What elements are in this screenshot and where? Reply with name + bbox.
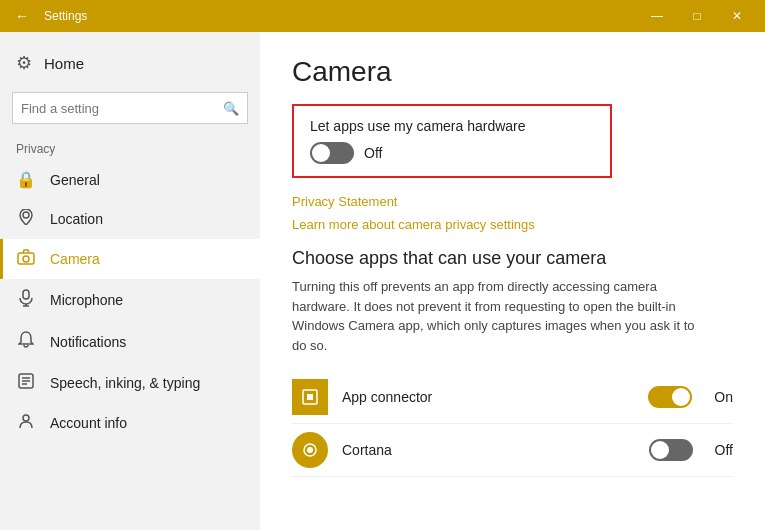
camera-toggle-label: Let apps use my camera hardware xyxy=(310,118,594,134)
sidebar-item-location[interactable]: Location xyxy=(0,199,260,239)
sidebar-item-general[interactable]: 🔒 General xyxy=(0,160,260,199)
app-item-cortana: Cortana Off xyxy=(292,424,733,477)
speech-icon xyxy=(16,373,36,393)
sidebar-item-notifications[interactable]: Notifications xyxy=(0,321,260,363)
title-bar: ← Settings — □ ✕ xyxy=(0,0,765,32)
window-controls: — □ ✕ xyxy=(637,0,757,32)
search-box[interactable]: 🔍 xyxy=(12,92,248,124)
apps-section-heading: Choose apps that can use your camera xyxy=(292,248,733,269)
microphone-icon xyxy=(16,289,36,311)
svg-rect-12 xyxy=(307,394,313,400)
learn-more-link[interactable]: Learn more about camera privacy settings xyxy=(292,217,733,232)
search-input[interactable] xyxy=(21,101,223,116)
general-icon: 🔒 xyxy=(16,170,36,189)
privacy-statement-link[interactable]: Privacy Statement xyxy=(292,194,733,209)
camera-toggle-switch[interactable] xyxy=(310,142,354,164)
home-icon: ⚙ xyxy=(16,52,32,74)
svg-point-10 xyxy=(23,415,29,421)
svg-point-2 xyxy=(23,256,29,262)
camera-icon xyxy=(16,249,36,269)
camera-toggle-status: Off xyxy=(364,145,382,161)
page-title: Camera xyxy=(292,56,733,88)
app-connector-status: On xyxy=(714,389,733,405)
home-label: Home xyxy=(44,55,84,72)
main-layout: ⚙ Home 🔍 Privacy 🔒 General Location xyxy=(0,32,765,530)
sidebar-item-accountinfo[interactable]: Account info xyxy=(0,403,260,443)
cortana-toggle[interactable] xyxy=(649,439,693,461)
camera-toggle-box: Let apps use my camera hardware Off xyxy=(292,104,612,178)
apps-description: Turning this off prevents an app from di… xyxy=(292,277,712,355)
maximize-button[interactable]: □ xyxy=(677,0,717,32)
accountinfo-icon xyxy=(16,413,36,433)
app-connector-icon xyxy=(292,379,328,415)
app-connector-toggle[interactable] xyxy=(648,386,692,408)
sidebar-section-label: Privacy xyxy=(0,136,260,160)
minimize-button[interactable]: — xyxy=(637,0,677,32)
location-icon xyxy=(16,209,36,229)
back-button[interactable]: ← xyxy=(8,2,36,30)
cortana-name: Cortana xyxy=(342,442,635,458)
svg-point-0 xyxy=(23,212,29,218)
sidebar-item-camera[interactable]: Camera xyxy=(0,239,260,279)
sidebar-item-speech[interactable]: Speech, inking, & typing xyxy=(0,363,260,403)
search-icon: 🔍 xyxy=(223,101,239,116)
sidebar-item-home[interactable]: ⚙ Home xyxy=(0,40,260,86)
cortana-icon xyxy=(292,432,328,468)
title-bar-title: Settings xyxy=(36,9,637,23)
sidebar: ⚙ Home 🔍 Privacy 🔒 General Location xyxy=(0,32,260,530)
toggle-row: Off xyxy=(310,142,594,164)
svg-rect-3 xyxy=(23,290,29,299)
svg-point-14 xyxy=(307,447,313,453)
sidebar-item-microphone[interactable]: Microphone xyxy=(0,279,260,321)
close-button[interactable]: ✕ xyxy=(717,0,757,32)
content-area: Camera Let apps use my camera hardware O… xyxy=(260,32,765,530)
app-item-connector: App connector On xyxy=(292,371,733,424)
app-connector-name: App connector xyxy=(342,389,634,405)
notifications-icon xyxy=(16,331,36,353)
cortana-status: Off xyxy=(715,442,733,458)
